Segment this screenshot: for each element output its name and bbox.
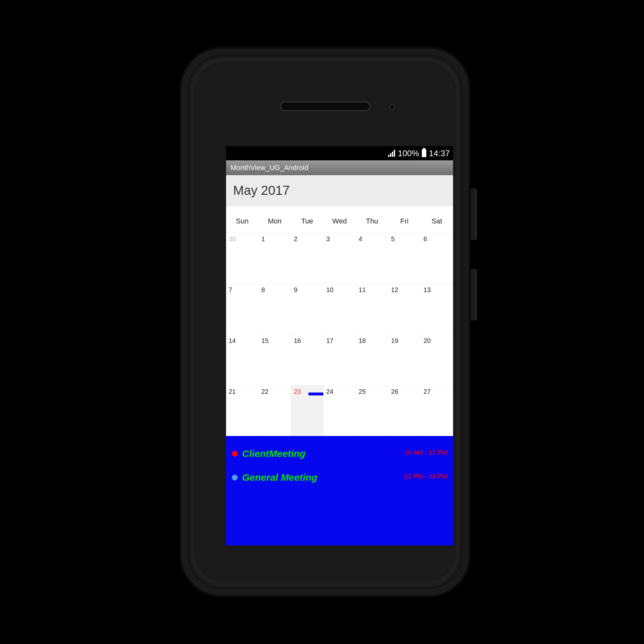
calendar-cell[interactable]: 24 bbox=[323, 385, 356, 436]
calendar-cell[interactable]: 2 bbox=[291, 232, 323, 283]
agenda-item[interactable]: ClientMeeting10 AM - 12 PM bbox=[232, 442, 447, 466]
dow-label: Fri bbox=[388, 206, 421, 232]
calendar-cell[interactable]: 20 bbox=[421, 334, 453, 385]
agenda-item-left: General Meeting bbox=[232, 472, 317, 483]
phone-inner-2: 100% 14:37 MonthView_UG_Android May 2017 bbox=[194, 61, 456, 583]
calendar-weeks: 3012345678910111213141516171819202122232… bbox=[226, 232, 453, 436]
day-number: 8 bbox=[261, 286, 265, 293]
agenda-dot-icon bbox=[232, 451, 238, 457]
day-number: 6 bbox=[423, 235, 427, 242]
calendar-cell[interactable]: 18 bbox=[356, 334, 388, 385]
day-number: 11 bbox=[359, 286, 366, 293]
calendar-cell[interactable]: 23 bbox=[291, 385, 323, 436]
day-number: 9 bbox=[294, 286, 297, 293]
calendar: SunMonTueWedThuFriSat 301234567891011121… bbox=[226, 206, 453, 436]
day-number: 3 bbox=[326, 235, 330, 242]
calendar-cell[interactable]: 15 bbox=[259, 334, 291, 385]
dow-label: Sat bbox=[421, 206, 453, 232]
calendar-week: 30123456 bbox=[226, 232, 453, 283]
calendar-week: 21222324252627 bbox=[226, 385, 453, 436]
battery-percent: 100% bbox=[398, 148, 419, 158]
battery-icon bbox=[422, 149, 426, 157]
day-number: 12 bbox=[391, 286, 398, 293]
calendar-cell[interactable]: 26 bbox=[388, 385, 421, 436]
day-number: 13 bbox=[423, 286, 431, 293]
dow-label: Mon bbox=[259, 206, 291, 232]
calendar-cell[interactable]: 30 bbox=[226, 232, 259, 283]
agenda-time: 10 AM - 12 PM bbox=[405, 448, 447, 456]
day-number: 2 bbox=[294, 235, 297, 242]
screen: 100% 14:37 MonthView_UG_Android May 2017 bbox=[226, 146, 453, 545]
volume-down-button[interactable] bbox=[471, 269, 477, 320]
agenda-title: General Meeting bbox=[242, 472, 317, 483]
day-number: 25 bbox=[359, 388, 366, 395]
calendar-cell[interactable]: 11 bbox=[356, 283, 388, 334]
dow-label: Thu bbox=[356, 206, 388, 232]
calendar-cell[interactable]: 3 bbox=[323, 232, 356, 283]
month-header[interactable]: May 2017 bbox=[226, 175, 453, 206]
day-number: 16 bbox=[294, 337, 301, 344]
day-number: 14 bbox=[229, 337, 236, 344]
agenda-title: ClientMeeting bbox=[242, 448, 306, 459]
volume-up-button[interactable] bbox=[471, 188, 477, 240]
calendar-cell[interactable]: 12 bbox=[388, 283, 421, 334]
calendar-cell[interactable]: 22 bbox=[259, 385, 291, 436]
calendar-cell[interactable]: 25 bbox=[356, 385, 388, 436]
calendar-cell[interactable]: 9 bbox=[291, 283, 323, 334]
phone-inner: 100% 14:37 MonthView_UG_Android May 2017 bbox=[187, 55, 463, 589]
dow-label: Tue bbox=[291, 206, 323, 232]
day-number: 7 bbox=[229, 286, 232, 293]
calendar-cell[interactable]: 14 bbox=[226, 334, 259, 385]
app-title-bar: MonthView_UG_Android bbox=[226, 160, 453, 175]
day-number: 24 bbox=[326, 388, 333, 395]
calendar-cell[interactable]: 10 bbox=[323, 283, 356, 334]
earpiece-speaker bbox=[280, 101, 370, 111]
day-of-week-row: SunMonTueWedThuFriSat bbox=[226, 206, 453, 232]
clock: 14:37 bbox=[429, 148, 450, 158]
calendar-cell[interactable]: 1 bbox=[259, 232, 291, 283]
day-number: 19 bbox=[391, 337, 398, 344]
day-number: 4 bbox=[359, 235, 362, 242]
dow-label: Sun bbox=[226, 206, 259, 232]
day-number: 15 bbox=[261, 337, 269, 344]
calendar-cell[interactable]: 27 bbox=[421, 385, 453, 436]
day-number: 27 bbox=[423, 388, 431, 395]
day-number: 26 bbox=[391, 388, 398, 395]
agenda-panel: ClientMeeting10 AM - 12 PMGeneral Meetin… bbox=[226, 436, 453, 545]
calendar-cell[interactable]: 8 bbox=[259, 283, 291, 334]
month-label: May 2017 bbox=[233, 183, 290, 198]
status-bar: 100% 14:37 bbox=[226, 146, 453, 160]
day-number: 10 bbox=[326, 286, 333, 293]
event-indicator bbox=[308, 393, 323, 395]
calendar-cell[interactable]: 6 bbox=[421, 232, 453, 283]
dow-label: Wed bbox=[323, 206, 356, 232]
calendar-cell[interactable]: 19 bbox=[388, 334, 421, 385]
agenda-dot-icon bbox=[232, 475, 238, 480]
signal-icon bbox=[388, 150, 395, 157]
day-number: 1 bbox=[261, 235, 265, 242]
calendar-week: 78910111213 bbox=[226, 283, 453, 334]
calendar-week: 14151617181920 bbox=[226, 334, 453, 385]
day-number: 20 bbox=[423, 337, 431, 344]
calendar-cell[interactable]: 13 bbox=[421, 283, 453, 334]
agenda-item-left: ClientMeeting bbox=[232, 448, 306, 459]
day-number: 17 bbox=[326, 337, 333, 344]
calendar-cell[interactable]: 17 bbox=[323, 334, 356, 385]
calendar-cell[interactable]: 5 bbox=[388, 232, 421, 283]
front-camera bbox=[390, 104, 395, 109]
day-number: 18 bbox=[359, 337, 366, 344]
day-number: 21 bbox=[229, 388, 236, 395]
day-number: 30 bbox=[229, 235, 236, 242]
agenda-item[interactable]: General Meeting02 PM - 04 PM bbox=[232, 466, 447, 490]
calendar-cell[interactable]: 21 bbox=[226, 385, 259, 436]
day-number: 22 bbox=[261, 388, 269, 395]
day-number: 5 bbox=[391, 235, 395, 242]
day-number: 23 bbox=[294, 388, 301, 395]
calendar-cell[interactable]: 4 bbox=[356, 232, 388, 283]
app-title: MonthView_UG_Android bbox=[231, 164, 308, 172]
agenda-time: 02 PM - 04 PM bbox=[404, 472, 447, 480]
phone-frame: 100% 14:37 MonthView_UG_Android May 2017 bbox=[179, 47, 471, 597]
calendar-cell[interactable]: 7 bbox=[226, 283, 259, 334]
calendar-cell[interactable]: 16 bbox=[291, 334, 323, 385]
